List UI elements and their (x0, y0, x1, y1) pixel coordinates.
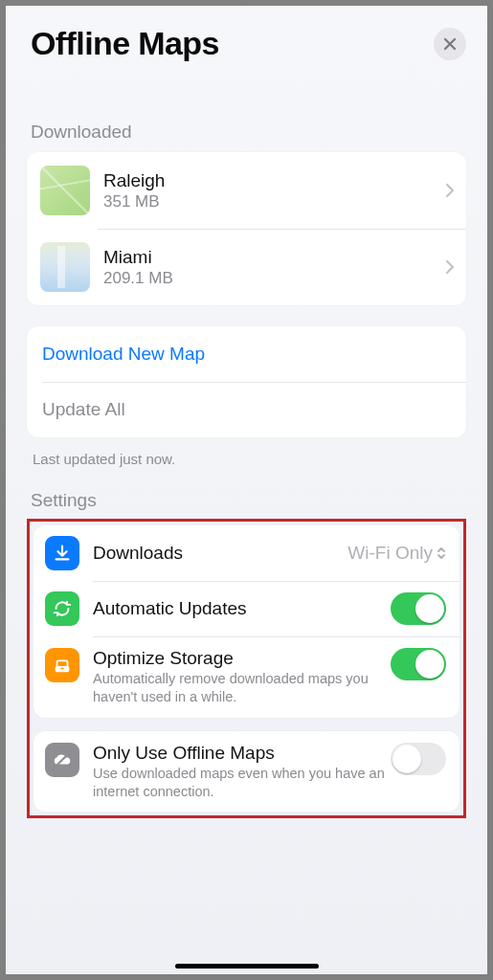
last-updated-label: Last updated just now. (27, 451, 466, 467)
actions-card: Download New Map Update All (27, 326, 466, 437)
chevron-right-icon (445, 183, 455, 198)
downloads-label: Downloads (93, 543, 347, 564)
optimize-storage-label: Optimize Storage (93, 648, 391, 669)
header: Offline Maps (6, 6, 487, 72)
offline-only-desc: Use downloaded maps even when you have a… (93, 765, 391, 801)
map-size: 209.1 MB (103, 269, 445, 288)
downloads-setting-row[interactable]: Downloads Wi-Fi Only (34, 525, 459, 581)
map-text: Raleigh 351 MB (103, 170, 445, 212)
downloaded-section-label: Downloaded (27, 122, 466, 143)
optimize-storage-row: Optimize Storage Automatically remove do… (34, 636, 459, 718)
downloaded-maps-list: Raleigh 351 MB Miami 209.1 MB (27, 152, 466, 305)
map-row-miami[interactable]: Miami 209.1 MB (27, 229, 466, 305)
svg-rect-1 (60, 668, 64, 669)
page-title: Offline Maps (31, 25, 219, 62)
map-row-raleigh[interactable]: Raleigh 351 MB (27, 152, 466, 229)
map-name: Miami (103, 247, 445, 268)
optimize-storage-toggle[interactable] (391, 648, 446, 680)
settings-section-label: Settings (27, 490, 466, 511)
automatic-updates-toggle[interactable] (391, 592, 446, 625)
chevron-right-icon (445, 259, 455, 275)
highlight-box: Downloads Wi-Fi Only Automatic Updates (27, 519, 466, 818)
offline-only-label: Only Use Offline Maps (93, 743, 391, 764)
download-icon (45, 536, 79, 570)
home-indicator[interactable] (175, 964, 319, 969)
map-name: Raleigh (103, 170, 445, 191)
close-button[interactable] (434, 28, 466, 60)
settings-card-offline: Only Use Offline Maps Use downloaded map… (34, 731, 459, 813)
close-icon (442, 36, 458, 52)
automatic-updates-row: Automatic Updates (34, 581, 459, 636)
up-down-icon (437, 546, 446, 561)
offline-only-toggle[interactable] (391, 743, 446, 775)
map-thumbnail (40, 242, 90, 292)
map-text: Miami 209.1 MB (103, 247, 445, 288)
optimize-storage-desc: Automatically remove downloaded maps you… (93, 670, 391, 706)
storage-icon (45, 648, 79, 682)
downloads-value: Wi-Fi Only (347, 543, 433, 564)
download-new-map-button[interactable]: Download New Map (27, 326, 466, 382)
offline-only-row: Only Use Offline Maps Use downloaded map… (34, 731, 459, 813)
map-size: 351 MB (103, 192, 445, 212)
refresh-icon (45, 591, 79, 626)
update-all-button[interactable]: Update All (27, 382, 466, 437)
cloud-off-icon (45, 743, 79, 777)
map-thumbnail (40, 166, 90, 215)
settings-card-main: Downloads Wi-Fi Only Automatic Updates (34, 525, 459, 718)
automatic-updates-label: Automatic Updates (93, 598, 391, 619)
